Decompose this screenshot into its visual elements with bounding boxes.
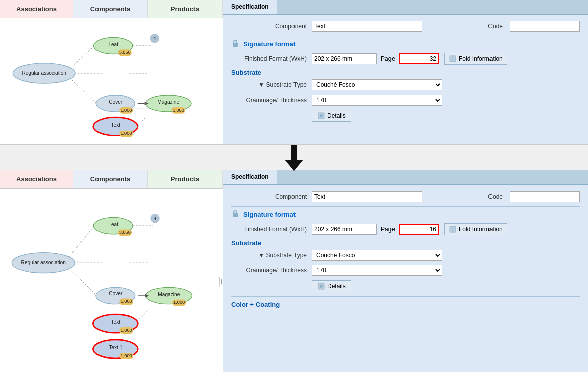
top-finished-format-row: Finished Format (WxH) Page Fold Informat…	[231, 53, 580, 65]
top-spec-tabs: Specification	[223, 0, 588, 15]
top-col-components: Components	[73, 0, 148, 18]
top-col-associations: Associations	[0, 0, 73, 18]
arrow-shaft	[291, 145, 297, 160]
bottom-text-node[interactable]: Text	[111, 320, 120, 325]
top-graph-body: Regular association Leaf 3,850 4 Cover 1…	[0, 18, 223, 144]
bottom-code-input[interactable]	[510, 191, 580, 202]
top-grammage-row: Grammage/ Thickness 170	[231, 95, 580, 106]
top-text-badge: 1,000	[120, 131, 132, 136]
bottom-page-input[interactable]	[399, 224, 439, 235]
bottom-grammage-label: Grammage/ Thickness	[231, 267, 312, 274]
bottom-components-label: Components	[90, 175, 130, 183]
bottom-fold-info-button[interactable]: Fold Information	[444, 223, 507, 235]
top-component-input[interactable]	[312, 21, 422, 32]
top-col-products: Products	[148, 0, 223, 18]
bottom-cover-node[interactable]: Cover	[109, 291, 123, 296]
bottom-graph-area: Associations Components Products	[0, 170, 223, 372]
bottom-details-button[interactable]: Details	[312, 280, 351, 292]
svg-point-50	[320, 285, 323, 288]
top-page-input[interactable]	[399, 53, 439, 64]
top-finished-format-label: Finished Format (WxH)	[231, 55, 312, 62]
top-lock-icon	[231, 39, 239, 47]
top-components-label: Components	[90, 5, 130, 13]
bottom-spec-tabs: Specification	[223, 170, 588, 185]
bottom-spec-content: Component Code Signature format	[223, 185, 588, 372]
bottom-substrate-type-row: ▼ Substrate Type Couché Fosco	[231, 250, 580, 261]
top-details-row: Details	[231, 110, 580, 122]
bottom-col-products: Products	[148, 170, 223, 188]
top-spec-tab-specification[interactable]: Specification	[223, 0, 277, 14]
arrow-down-indicator	[285, 145, 303, 171]
bottom-text1-node[interactable]: Text 1	[109, 345, 122, 350]
bottom-associations-label: Associations	[16, 175, 57, 183]
bottom-graph-body: Regular association Leaf 3,850 4 Cover 1…	[0, 189, 223, 372]
bottom-diagram-svg: Regular association Leaf 3,850 4 Cover 1…	[0, 189, 223, 372]
bottom-divider1	[231, 206, 580, 207]
top-code-input[interactable]	[510, 21, 580, 32]
bottom-divider2	[231, 296, 580, 297]
top-signature-link[interactable]: Signature format	[243, 40, 296, 48]
top-details-button[interactable]: Details	[312, 110, 351, 122]
bottom-signature-link[interactable]: Signature format	[243, 211, 296, 218]
top-text-node[interactable]: Text	[111, 122, 121, 128]
top-magazine-badge: 1,000	[173, 108, 184, 113]
bottom-details-row: Details	[231, 280, 580, 292]
bottom-signature-row: Signature format	[231, 210, 580, 219]
top-code-label: Code	[427, 23, 508, 30]
top-substrate-type-label: ▼ Substrate Type	[231, 81, 312, 88]
top-signature-row: Signature format	[231, 39, 580, 49]
bottom-leaf-num: 4	[154, 216, 156, 221]
bottom-code-label: Code	[427, 193, 508, 200]
bottom-spec-area: Specification Component Code	[223, 170, 588, 372]
top-grammage-label: Grammage/ Thickness	[231, 97, 312, 104]
svg-rect-19	[233, 43, 238, 47]
bottom-magazine-node[interactable]: Magazine	[158, 292, 180, 297]
top-cover-node[interactable]: Cover	[109, 99, 123, 105]
bottom-panel: Associations Components Products	[0, 170, 588, 372]
bottom-text1-badge: 1,000	[121, 353, 132, 358]
bottom-spec-tab-specification[interactable]: Specification	[223, 170, 277, 184]
top-substrate-type-select[interactable]: Couché Fosco	[312, 79, 442, 90]
top-fold-info-button[interactable]: Fold Information	[444, 53, 507, 65]
svg-text:|: |	[221, 278, 222, 284]
bottom-component-row: Component Code	[231, 191, 580, 202]
top-substrate-type-row: ▼ Substrate Type Couché Fosco	[231, 79, 580, 90]
bottom-color-section-title: Color + Coating	[231, 301, 580, 308]
bottom-finished-format-label: Finished Format (WxH)	[231, 226, 312, 233]
top-finished-format-input[interactable]	[312, 53, 377, 64]
bottom-col-components: Components	[73, 170, 148, 188]
top-substrate-section-title: Substrate	[231, 69, 580, 76]
bottom-regular-assoc-node[interactable]: Regular association	[21, 260, 66, 265]
top-associations-label: Associations	[16, 5, 57, 13]
top-spec-area: Specification Component Code	[223, 0, 588, 144]
bottom-substrate-type-select[interactable]: Couché Fosco	[312, 250, 442, 261]
top-graph-header: Associations Components Products	[0, 0, 223, 18]
top-leaf-node[interactable]: Leaf	[108, 42, 118, 47]
top-component-label: Component	[231, 23, 312, 30]
bottom-leaf-badge: 3,850	[119, 230, 131, 235]
top-fold-icon	[449, 55, 457, 63]
bottom-graph-header: Associations Components Products	[0, 170, 223, 189]
bottom-col-associations: Associations	[0, 170, 73, 188]
bottom-component-label: Component	[231, 193, 312, 200]
top-magazine-node[interactable]: Magazine	[157, 99, 179, 105]
arrow-head	[285, 160, 303, 171]
top-spec-content: Component Code Signature format	[223, 15, 588, 144]
top-graph-area: Associations Components Products	[0, 0, 223, 144]
main-container: Associations Components Products	[0, 0, 588, 372]
top-panel: Associations Components Products	[0, 0, 588, 145]
bottom-finished-format-input[interactable]	[312, 224, 377, 235]
bottom-finished-format-row: Finished Format (WxH) Page Fold Informat…	[231, 223, 580, 235]
bottom-grammage-select[interactable]: 170	[312, 265, 442, 276]
svg-point-23	[320, 114, 323, 117]
bottom-fold-icon	[449, 225, 457, 233]
top-leaf-num: 4	[153, 36, 156, 41]
top-grammage-select[interactable]: 170	[312, 95, 442, 106]
bottom-text-badge: 1,000	[121, 328, 132, 333]
top-regular-assoc-node[interactable]: Regular association	[22, 70, 66, 76]
bottom-component-input[interactable]	[312, 191, 422, 202]
bottom-page-label: Page	[381, 226, 395, 233]
top-page-label: Page	[381, 55, 395, 62]
bottom-leaf-node[interactable]: Leaf	[108, 222, 118, 227]
top-component-row: Component Code	[231, 21, 580, 32]
